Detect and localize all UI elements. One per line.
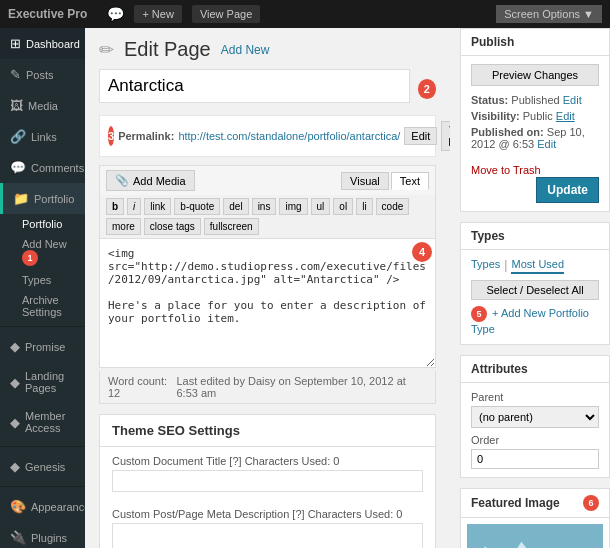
new-button[interactable]: + New xyxy=(134,5,182,23)
fmt-italic[interactable]: i xyxy=(127,198,141,215)
view-page-button[interactable]: View Page xyxy=(441,121,450,151)
posts-icon: ✎ xyxy=(10,67,21,82)
callout-2: 2 xyxy=(418,79,436,99)
text-tab[interactable]: Text xyxy=(391,172,429,190)
sidebar: ⊞ Dashboard ✎ Posts 🖼 Media 🔗 Links 💬 Co… xyxy=(0,28,85,548)
types-box: Types Types | Most Used Select / Deselec… xyxy=(460,222,610,345)
sidebar-item-member-access[interactable]: ◆ Member Access xyxy=(0,402,85,442)
fmt-li[interactable]: li xyxy=(356,198,372,215)
sidebar-divider-1 xyxy=(0,326,85,327)
add-media-icon: 📎 xyxy=(115,174,129,187)
sidebar-item-dashboard[interactable]: ⊞ Dashboard xyxy=(0,28,85,59)
permalink-edit-button[interactable]: Edit xyxy=(404,127,437,145)
sidebar-item-media[interactable]: 🖼 Media xyxy=(0,90,85,121)
editor-format-bar: b i link b-quote del ins img ul ol li co… xyxy=(99,195,436,238)
add-media-label: Add Media xyxy=(133,175,186,187)
sidebar-item-promise[interactable]: ◆ Promise xyxy=(0,331,85,362)
add-portfolio-type-link[interactable]: 5 + Add New Portfolio Type xyxy=(471,307,589,335)
select-deselect-button[interactable]: Select / Deselect All xyxy=(471,280,599,300)
status-value: Published xyxy=(511,94,559,106)
tab-most-used[interactable]: Most Used xyxy=(511,258,564,274)
sidebar-sub-archive-settings[interactable]: Archive Settings xyxy=(0,290,85,322)
sidebar-label-portfolio: Portfolio xyxy=(34,193,74,205)
add-media-button[interactable]: 📎 Add Media xyxy=(106,170,195,191)
tab-types[interactable]: Types xyxy=(471,258,500,274)
sidebar-item-genesis[interactable]: ◆ Genesis xyxy=(0,451,85,482)
visibility-label: Visibility: xyxy=(471,110,520,122)
view-page-button[interactable]: View Page xyxy=(192,5,260,23)
seo-doc-title-input[interactable] xyxy=(112,470,423,492)
sidebar-label-media: Media xyxy=(28,100,58,112)
sidebar-item-posts[interactable]: ✎ Posts xyxy=(0,59,85,90)
page-header: ✏ Edit Page Add New xyxy=(99,38,436,61)
comment-icon: 💬 xyxy=(107,6,124,22)
featured-image-label: Featured Image xyxy=(471,496,560,510)
fmt-img[interactable]: img xyxy=(279,198,307,215)
sidebar-item-links[interactable]: 🔗 Links xyxy=(0,121,85,152)
sidebar-label-comments: Comments xyxy=(31,162,84,174)
sidebar-sub-types[interactable]: Types xyxy=(0,270,85,290)
fmt-code[interactable]: code xyxy=(376,198,410,215)
featured-image-box-title: Featured Image 6 xyxy=(461,489,609,518)
dashboard-icon: ⊞ xyxy=(10,36,21,51)
status-edit-link[interactable]: Edit xyxy=(563,94,582,106)
sidebar-item-appearance[interactable]: 🎨 Appearance xyxy=(0,491,85,522)
editor-toolbar-top: 📎 Add Media Visual Text xyxy=(99,165,436,195)
status-label: Status: xyxy=(471,94,508,106)
preview-changes-button[interactable]: Preview Changes xyxy=(471,64,599,86)
order-label: Order xyxy=(471,434,599,446)
fmt-close-tags[interactable]: close tags xyxy=(144,218,201,235)
seo-doc-title-label: Custom Document Title [?] Characters Use… xyxy=(112,455,423,467)
featured-image-box: Featured Image 6 xyxy=(460,488,610,548)
callout-1: 1 xyxy=(22,250,38,266)
seo-doc-title-field: Custom Document Title [?] Characters Use… xyxy=(100,447,435,500)
attributes-label: Attributes xyxy=(471,362,528,376)
page-title: Edit Page xyxy=(124,38,211,61)
sidebar-item-landing-pages[interactable]: ◆ Landing Pages xyxy=(0,362,85,402)
fmt-link[interactable]: link xyxy=(144,198,171,215)
sidebar-item-comments[interactable]: 💬 Comments xyxy=(0,152,85,183)
screen-options-button[interactable]: Screen Options ▼ xyxy=(496,5,602,23)
fmt-bquote[interactable]: b-quote xyxy=(174,198,220,215)
order-input[interactable] xyxy=(471,449,599,469)
types-box-title: Types xyxy=(461,223,609,250)
attributes-box-title: Attributes xyxy=(461,356,609,383)
sidebar-divider-2 xyxy=(0,446,85,447)
add-new-link[interactable]: Add New xyxy=(221,43,270,57)
plugins-icon: 🔌 xyxy=(10,530,26,545)
visibility-edit-link[interactable]: Edit xyxy=(556,110,575,122)
sidebar-item-plugins[interactable]: 🔌 Plugins xyxy=(0,522,85,548)
sidebar-label-genesis: Genesis xyxy=(25,461,65,473)
add-portfolio-type-label: + Add New Portfolio Type xyxy=(471,307,589,335)
parent-select[interactable]: (no parent) xyxy=(471,406,599,428)
fmt-fullscreen[interactable]: fullscreen xyxy=(204,218,259,235)
portfolio-icon: 📁 xyxy=(13,191,29,206)
fmt-bold[interactable]: b xyxy=(106,198,124,215)
post-title-input[interactable] xyxy=(99,69,410,103)
visual-tab[interactable]: Visual xyxy=(341,172,389,190)
right-panel: Publish Preview Changes Status: Publishe… xyxy=(450,28,610,548)
member-access-icon: ◆ xyxy=(10,415,20,430)
sidebar-divider-3 xyxy=(0,486,85,487)
sidebar-label-links: Links xyxy=(31,131,57,143)
update-button[interactable]: Update xyxy=(536,177,599,203)
featured-image[interactable] xyxy=(467,524,603,548)
sidebar-item-portfolio[interactable]: 📁 Portfolio xyxy=(0,183,85,214)
publish-label: Publish xyxy=(471,35,514,49)
types-box-body: Types | Most Used Select / Deselect All … xyxy=(461,250,609,344)
fmt-ins[interactable]: ins xyxy=(252,198,277,215)
fmt-del[interactable]: del xyxy=(223,198,248,215)
attributes-box-body: Parent (no parent) Order xyxy=(461,383,609,477)
seo-meta-desc-input[interactable] xyxy=(112,523,423,548)
published-edit-link[interactable]: Edit xyxy=(537,138,556,150)
sidebar-sub-add-new[interactable]: Add New 1 xyxy=(0,234,85,270)
sidebar-sub-portfolio[interactable]: Portfolio xyxy=(0,214,85,234)
editor-textarea[interactable]: <img src="http://demo.studiopress.com/ex… xyxy=(99,238,436,368)
fmt-ul[interactable]: ul xyxy=(311,198,331,215)
fmt-ol[interactable]: ol xyxy=(333,198,353,215)
move-to-trash-link[interactable]: Move to Trash xyxy=(471,164,541,176)
callout-3: 3 xyxy=(108,126,114,146)
fmt-more[interactable]: more xyxy=(106,218,141,235)
permalink-url[interactable]: http://test.com/standalone/portfolio/ant… xyxy=(178,130,400,142)
publish-box-body: Preview Changes Status: Published Edit V… xyxy=(461,56,609,211)
